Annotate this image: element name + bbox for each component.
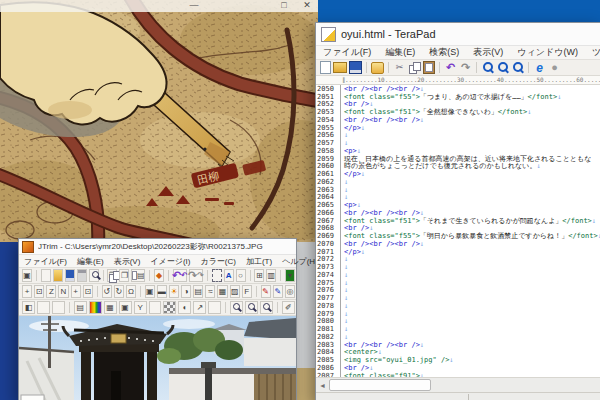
select-icon[interactable] [212,269,222,282]
new-doc-icon[interactable] [320,61,331,74]
jtrim-menu-item-5[interactable]: 加工(T) [241,256,277,267]
invert-icon[interactable]: ▨ [230,285,240,298]
jtrim-menu-item-1[interactable]: 編集(E) [72,256,109,267]
new-doc-icon[interactable] [41,269,51,282]
terapad-menu-item-2[interactable]: 検索(S) [422,46,466,59]
copy-icon[interactable]: ❐ [107,269,117,282]
zoom-out-icon[interactable] [230,301,243,314]
preview-icon[interactable] [89,269,99,282]
text-icon[interactable]: A [224,269,234,282]
win-new-icon[interactable]: ▣ [22,269,32,282]
paste-icon[interactable]: ▤ [131,269,145,282]
grad-blue-icon[interactable] [52,301,65,314]
panes-icon[interactable]: ▥ [266,269,276,282]
tile-blue-icon[interactable]: ▦ [104,301,117,314]
pair-icon[interactable]: ◐ [178,301,191,314]
code-line: 2065<p>↓ [316,201,600,209]
code-segment: 「全然想像できないわ」 [420,108,498,116]
dropper-icon[interactable]: ✐ [282,301,295,314]
bright-icon[interactable]: ☀ [169,285,179,298]
save-icon[interactable] [65,269,75,282]
editor-text-area[interactable]: 2050<br /><br /><br />↓2051<font class="… [316,85,600,377]
undo-icon[interactable]: ↶ [173,269,187,282]
line-number: 2060 [316,163,341,171]
img-dark-icon[interactable]: ▣ [145,285,155,298]
jtrim-menu-item-0[interactable]: ファイル(F) [19,256,72,267]
circle-icon[interactable]: ○ [236,269,246,282]
toolbar-separator [388,62,389,73]
grad-dark-icon[interactable]: ◧ [22,301,35,314]
rainbow-icon[interactable] [89,301,102,314]
jtrim-image-canvas[interactable]: 51-29 [19,316,296,400]
cut-icon[interactable] [393,61,406,74]
maximize-button[interactable]: □ [276,0,292,12]
move-icon[interactable]: + [71,285,81,298]
gamma-y-icon[interactable]: Y [134,301,147,314]
printer-icon[interactable] [77,269,87,282]
zoom-fit-icon[interactable] [260,301,273,314]
rotate-n-icon[interactable]: N [58,285,68,298]
mosaic-icon[interactable]: ▦ [217,285,227,298]
pin-icon[interactable]: + [22,285,32,298]
stop-icon[interactable] [548,61,561,74]
search-prev-icon[interactable] [496,61,509,74]
wave-icon[interactable]: ≈ [205,285,215,298]
scrollbar-thumb[interactable] [329,379,431,391]
copy-icon[interactable] [408,61,421,74]
minimize-button[interactable]: — [186,0,202,12]
copy2-icon[interactable]: ❐ [119,269,129,282]
ff-icon[interactable]: F [242,285,252,298]
bucket-icon[interactable]: ◆ [154,269,164,282]
arrow-img-icon[interactable]: ↗ [193,301,206,314]
terapad-menu-item-4[interactable]: ウィンドウ(W) [510,46,585,59]
canvas-icon[interactable]: ⊡ [34,285,44,298]
grad-gold-icon[interactable] [37,301,50,314]
zoom-in-icon[interactable] [245,301,258,314]
levels2-icon[interactable]: ▤ [74,301,87,314]
close-icon[interactable] [371,62,384,74]
rot-right-icon[interactable]: ↻ [114,285,124,298]
terapad-menu-item-5[interactable]: ツール(T) [585,46,600,59]
redo-icon[interactable]: ↷ [189,269,203,282]
terapad-titlebar[interactable]: oyui.html - TeraPad [316,23,600,46]
redo-icon[interactable] [459,61,472,74]
frame-icon[interactable]: ⊡ [83,285,93,298]
pen-blue-icon[interactable]: ✎ [273,285,283,298]
tri-color-icon[interactable] [149,301,162,314]
search-next-icon[interactable] [511,61,524,74]
folder-icon[interactable] [53,269,63,282]
levels-icon[interactable]: ▤ [193,285,203,298]
rot-left-icon[interactable]: ↺ [102,285,112,298]
jtrim-menu-item-2[interactable]: 表示(V) [109,256,146,267]
save-icon[interactable] [349,61,362,74]
zoom-z-icon[interactable]: Z [46,285,56,298]
thumb-icon[interactable]: ▣ [119,301,132,314]
tiles-icon[interactable]: ⊞ [254,269,264,282]
jtrim-titlebar[interactable]: JTrim - C:\Users\ymr20\Desktop\20260223影… [19,239,296,255]
code-segment: 「明日から暴飲暴食と飲酒禁止ですからね！」 [420,232,568,240]
rot-180-icon[interactable]: Ω [126,285,136,298]
palette-icon[interactable]: ▾ [285,269,295,282]
img-line-icon[interactable]: ▬ [157,285,167,298]
donut-icon[interactable]: ◎ [285,285,295,298]
terapad-menu-item-1[interactable]: 編集(E) [378,46,422,59]
line-number: 2073 [316,263,341,271]
checker-icon[interactable] [163,301,176,314]
browser-icon[interactable] [533,61,546,74]
scroll-left-arrow[interactable]: ◄ [316,382,329,389]
undo-icon[interactable] [444,61,457,74]
paste-icon[interactable] [423,61,435,74]
jtrim-menu-item-4[interactable]: カラー(C) [195,256,240,267]
linebreak-mark: ↓ [527,108,531,116]
search-icon[interactable] [481,61,494,74]
close-button[interactable]: ✕ [299,0,315,12]
blank-icon[interactable] [208,301,221,314]
terapad-menu-item-3[interactable]: 表示(V) [466,46,510,59]
contrast-icon[interactable]: ◑ [181,285,191,298]
pen-red-icon[interactable]: ✎ [261,285,271,298]
horizontal-scrollbar[interactable]: ◄ [316,377,600,392]
jtrim-menu-item-3[interactable]: イメージ(I) [145,256,195,267]
terapad-menu-item-0[interactable]: ファイル(F) [316,46,378,59]
open-folder-icon[interactable] [333,62,347,73]
jtrim-toolbar-row1: ▣❐❐▤◆↶↷A○⊞▥▾ [19,268,296,284]
